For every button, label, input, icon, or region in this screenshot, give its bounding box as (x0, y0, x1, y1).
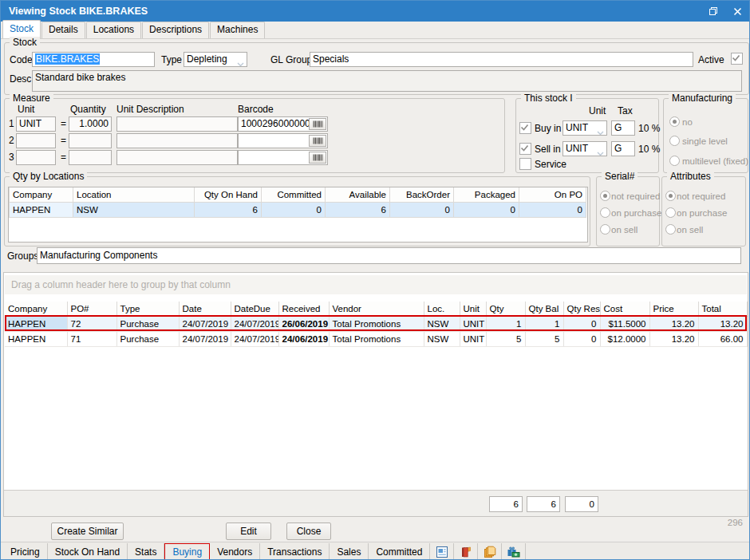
measure-unit-field-2[interactable] (16, 133, 56, 148)
tab-sales[interactable]: Sales (330, 543, 369, 560)
groups-field[interactable]: Manufacturing Components (37, 247, 741, 264)
col-unit[interactable]: Unit (460, 302, 486, 317)
cell-type[interactable]: Purchase (116, 332, 179, 347)
col-company[interactable]: Company (5, 302, 67, 317)
cell-committed[interactable]: 0 (262, 203, 326, 218)
measure-qty-field-1[interactable]: 1.0000 (69, 116, 112, 132)
cell-vendor[interactable]: Total Promotions (329, 317, 424, 332)
col-on-po[interactable]: On PO (519, 187, 586, 203)
measure-qty-field-3[interactable] (69, 150, 112, 165)
col-type[interactable]: Type (116, 302, 179, 317)
col-received[interactable]: Received (278, 302, 329, 317)
cell-qty[interactable]: 5 (486, 332, 525, 347)
cell-date[interactable]: 24/07/2019 (179, 317, 231, 332)
measure-barcode-field-3[interactable] (238, 150, 328, 165)
measure-desc-field-1[interactable] (116, 116, 238, 132)
measure-barcode-field-1[interactable]: 1000296000000 (238, 116, 328, 132)
attributes-radio-on-purchase[interactable] (665, 207, 676, 218)
col-qty[interactable]: Qty (486, 302, 525, 317)
measure-barcode-field-2[interactable] (238, 133, 328, 148)
cell-unit[interactable]: UNIT (460, 317, 486, 332)
active-checkbox[interactable] (731, 53, 743, 65)
create-similar-button[interactable]: Create Similar (51, 523, 124, 540)
cell-po[interactable]: 71 (67, 332, 116, 347)
cell-company[interactable]: HAPPEN (5, 332, 67, 347)
tab-stock-on-hand[interactable]: Stock On Hand (48, 543, 128, 560)
measure-unit-field-1[interactable]: UNIT (16, 116, 56, 132)
tab-stock[interactable]: Stock (2, 20, 41, 38)
type-dropdown[interactable]: Depleting (184, 52, 247, 67)
cell-qty-bal[interactable]: 1 (525, 317, 563, 332)
col-po[interactable]: PO# (67, 302, 116, 317)
col-datedue[interactable]: DateDue (231, 302, 278, 317)
grid-row-selected[interactable]: HAPPEN 72 Purchase 24/07/2019 24/07/2019… (5, 317, 747, 332)
col-loc[interactable]: Loc. (424, 302, 460, 317)
measure-unit-field-3[interactable] (16, 150, 56, 165)
cell-qty-bal[interactable]: 5 (525, 332, 563, 347)
measure-desc-field-2[interactable] (116, 133, 238, 148)
code-field[interactable]: BIKE.BRAKES (32, 52, 155, 67)
cell-price[interactable]: 13.20 (649, 317, 698, 332)
col-date[interactable]: Date (179, 302, 231, 317)
col-backorder[interactable]: BackOrder (390, 187, 454, 203)
manufacturing-radio-no[interactable] (669, 116, 680, 127)
attributes-radio-on-sell[interactable] (665, 224, 676, 235)
cell-available[interactable]: 6 (326, 203, 390, 218)
report-tab-button[interactable] (430, 543, 454, 560)
cell-received[interactable]: 26/06/2019 (278, 317, 329, 332)
col-qty-res[interactable]: Qty Res (563, 302, 600, 317)
tab-pricing[interactable]: Pricing (3, 543, 48, 560)
cell-qty-on-hand[interactable]: 6 (195, 203, 262, 218)
barcode-button-2[interactable] (309, 135, 326, 147)
sell-tax-field[interactable]: G (611, 141, 635, 156)
cell-company[interactable]: HAPPEN (5, 317, 67, 332)
cell-unit[interactable]: UNIT (460, 332, 486, 347)
col-qty-on-hand[interactable]: Qty On Hand (195, 187, 262, 203)
cell-price[interactable]: 13.20 (649, 332, 698, 347)
barcode-button-1[interactable] (309, 118, 326, 130)
buy-tax-field[interactable]: G (611, 120, 635, 136)
serial-radio-not-required[interactable] (600, 191, 610, 201)
col-company[interactable]: Company (10, 187, 73, 203)
cell-company[interactable]: HAPPEN (10, 203, 73, 218)
restore-button[interactable] (701, 1, 725, 22)
col-price[interactable]: Price (649, 302, 698, 317)
cell-datedue[interactable]: 24/07/2019 (231, 332, 278, 347)
manufacturing-radio-multilevel[interactable] (669, 156, 680, 166)
close-button[interactable] (725, 1, 749, 22)
cell-on-po[interactable]: 0 (519, 203, 586, 218)
desc-field[interactable]: Standard bike brakes (32, 70, 742, 92)
serial-radio-on-purchase[interactable] (600, 207, 610, 218)
serial-radio-on-sell[interactable] (600, 224, 610, 235)
cell-backorder[interactable]: 0 (390, 203, 454, 218)
col-vendor[interactable]: Vendor (329, 302, 424, 317)
service-checkbox[interactable] (519, 158, 531, 170)
measure-qty-field-2[interactable] (69, 133, 112, 148)
col-location[interactable]: Location (73, 187, 195, 203)
tab-committed[interactable]: Committed (369, 543, 430, 560)
tab-details[interactable]: Details (41, 22, 85, 38)
close-dialog-button[interactable]: Close (286, 523, 331, 540)
cell-total[interactable]: 66.00 (698, 332, 747, 347)
tab-descriptions[interactable]: Descriptions (142, 22, 209, 38)
cell-vendor[interactable]: Total Promotions (329, 332, 424, 347)
tab-buying[interactable]: Buying (164, 543, 210, 560)
col-qty-bal[interactable]: Qty Bal (525, 302, 563, 317)
copies-tab-button[interactable] (478, 543, 502, 560)
tab-vendors[interactable]: Vendors (210, 543, 260, 560)
col-available[interactable]: Available (326, 187, 390, 203)
cell-loc[interactable]: NSW (424, 317, 460, 332)
gl-group-field[interactable]: Specials (310, 52, 693, 67)
cell-cost[interactable]: $12.0000 (600, 332, 649, 347)
cell-loc[interactable]: NSW (424, 332, 460, 347)
sell-unit-dropdown[interactable]: UNIT (562, 141, 607, 156)
cell-date[interactable]: 24/07/2019 (179, 332, 231, 347)
cell-location[interactable]: NSW (73, 203, 195, 218)
col-total[interactable]: Total (698, 302, 747, 317)
attributes-radio-not-required[interactable] (665, 191, 676, 201)
edit-button[interactable]: Edit (226, 523, 271, 540)
sell-in-checkbox[interactable] (519, 143, 531, 155)
tab-stats[interactable]: Stats (128, 543, 164, 560)
barcode-button-3[interactable] (309, 152, 326, 164)
buy-unit-dropdown[interactable]: UNIT (562, 120, 607, 136)
